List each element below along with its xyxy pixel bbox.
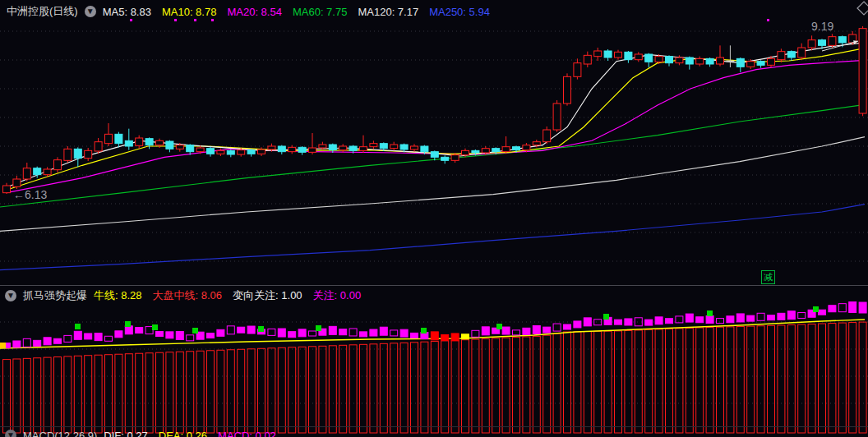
panel-divider[interactable] [0,285,868,286]
ma-readout: MA10: 8.78 [162,6,217,18]
main-chart-header: 中洲控股(日线) ▼ MA5: 8.83MA10: 8.78MA20: 8.54… [7,4,501,19]
main-chart-canvas[interactable] [0,0,868,286]
ma-readout: MA250: 5.94 [429,6,490,18]
chevron-down-icon[interactable]: ▼ [5,430,16,437]
indicator-readout: 大盘中线: 8.06 [153,289,223,301]
stock-title: 中洲控股(日线) [7,4,78,19]
macd-panel-header: ▼ MACD(12,26,9) DIF: 0.27DEA: 0.26MACD: … [5,427,287,437]
macd-readout: DIF: 0.27 [104,430,147,437]
ma-readout: MA60: 7.75 [293,6,348,18]
reduce-signal-badge: 减 [761,270,775,284]
ma-readout: MA5: 8.83 [103,6,151,18]
indicator-readouts: 牛线: 8.28大盘中线: 8.06变向关注: 1.00关注: 0.00 [94,288,372,303]
indicator-panel-canvas[interactable] [0,286,868,437]
macd-readouts: DIF: 0.27DEA: 0.26MACD: 0.02 [104,430,287,437]
indicator-readout: 牛线: 8.28 [94,289,142,301]
macd-title: MACD(12,26,9) [23,430,97,437]
chevron-down-icon[interactable]: ▼ [5,290,16,301]
ma-readout: MA120: 7.17 [358,6,418,18]
chevron-down-icon[interactable]: ▼ [85,6,96,17]
ma-readouts: MA5: 8.83MA10: 8.78MA20: 8.54MA60: 7.75M… [103,6,501,18]
trading-app-window: { "header": { "title": "中洲控股(日线)", "coll… [0,0,868,437]
indicator-readout: 变向关注: 1.00 [233,289,302,301]
indicator-title: 抓马强势起爆 [23,288,87,303]
indicator-panel-header: ▼ 抓马强势起爆 牛线: 8.28大盘中线: 8.06变向关注: 1.00关注:… [5,288,372,303]
indicator-readout: 关注: 0.00 [313,289,362,301]
macd-readout: DEA: 0.26 [159,430,207,437]
high-price-label: 9.19 [811,20,833,33]
macd-readout: MACD: 0.02 [218,430,276,437]
low-price-label: ←6.13 [13,188,47,201]
ma-readout: MA20: 8.54 [227,6,282,18]
